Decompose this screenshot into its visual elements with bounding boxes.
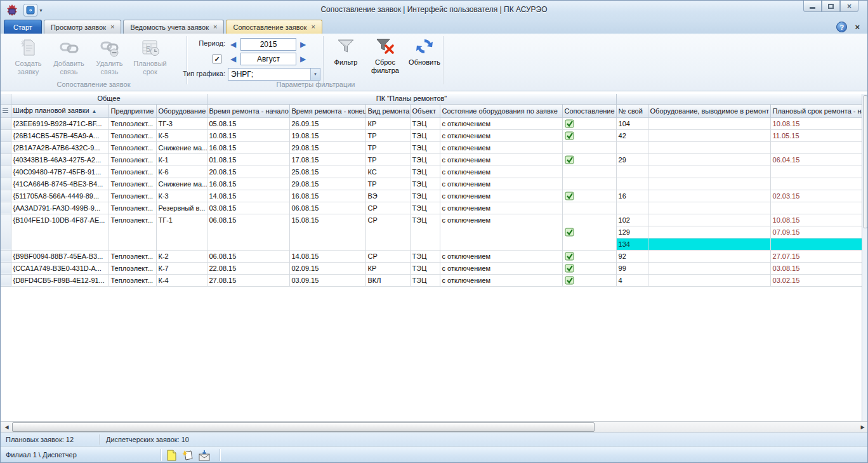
cell-object[interactable]: ТЭЦ <box>410 141 440 153</box>
cell-type[interactable]: ТР <box>365 141 410 153</box>
cell-enterprise[interactable]: Теплоэлект... <box>109 129 156 141</box>
cell-state[interactable]: с отключением <box>440 250 562 262</box>
cell-enterprise[interactable]: Теплоэлект... <box>109 153 156 166</box>
cell-state[interactable]: с отключением <box>440 117 562 129</box>
cell-num[interactable]: 92 <box>616 250 648 262</box>
horizontal-scrollbar-thumb[interactable] <box>12 422 595 432</box>
help-button[interactable]: ? <box>836 22 847 32</box>
cell-start[interactable]: 10.08.15 <box>207 129 289 141</box>
tab-prosmotr-zayavok[interactable]: Просмотр заявок × <box>44 20 122 34</box>
cell-type[interactable]: ТР <box>365 153 410 166</box>
cell-equip-out[interactable] <box>648 274 770 286</box>
cell-planned-date[interactable] <box>770 202 862 214</box>
cell-planned-date[interactable] <box>770 166 862 178</box>
cell-start[interactable]: 03.08.15 <box>207 202 289 214</box>
cell-enterprise[interactable]: Теплоэлект... <box>109 141 156 153</box>
cell-equip-out[interactable] <box>648 262 770 274</box>
close-button[interactable]: × <box>840 1 858 12</box>
cell-object[interactable]: ТЭЦ <box>410 202 440 214</box>
mail-status-icon[interactable] <box>199 450 210 461</box>
cell-state[interactable]: с отключением <box>440 141 562 153</box>
dropdown-icon[interactable]: ▼ <box>310 68 320 80</box>
cell-enterprise[interactable]: Теплоэлект... <box>109 190 156 202</box>
cell-planned-date[interactable]: 03.08.15 <box>770 262 862 274</box>
scroll-right-icon[interactable]: ▶ <box>857 422 868 433</box>
cell-equip-out[interactable] <box>648 202 770 214</box>
cell-end[interactable]: 25.08.15 <box>289 166 365 178</box>
cell-end[interactable]: 14.08.15 <box>289 250 365 262</box>
cell-type[interactable]: ТР <box>365 129 410 141</box>
month-prev-button[interactable]: ◀ <box>229 53 237 65</box>
year-prev-button[interactable]: ◀ <box>229 39 237 50</box>
cell-equip-out[interactable] <box>648 153 770 166</box>
col-header-equipment[interactable]: Оборудование <box>156 104 207 117</box>
tab-sopostavlenie-zayavok[interactable]: Сопоставление заявок × <box>226 20 322 34</box>
cell-object[interactable]: ТЭЦ <box>410 129 440 141</box>
cell-equip-out[interactable] <box>648 238 770 250</box>
cell-enterprise[interactable]: Теплоэлект... <box>109 262 156 274</box>
cell-id[interactable]: {AA3AD791-FA3D-499B-9... <box>11 202 109 214</box>
month-next-button[interactable]: ▶ <box>299 53 307 65</box>
tab-vedomost-ucheta[interactable]: Ведомость учета заявок × <box>123 20 224 34</box>
cell-equip-out[interactable] <box>648 178 770 190</box>
cell-start[interactable]: 06.08.15 <box>207 214 289 250</box>
cell-type[interactable]: КР <box>365 117 410 129</box>
maximize-button[interactable] <box>822 1 840 12</box>
cell-state[interactable]: с отключением <box>440 190 562 202</box>
cell-equipment[interactable]: К-7 <box>156 262 207 274</box>
cell-end[interactable]: 02.09.15 <box>289 262 365 274</box>
match-cell[interactable] <box>562 129 616 141</box>
cell-id[interactable]: {CCA1A749-B3E0-431D-A... <box>11 262 109 274</box>
cell-planned-date[interactable] <box>770 178 862 190</box>
match-cell[interactable] <box>562 202 616 214</box>
cell-planned-date[interactable]: 03.02.15 <box>770 274 862 286</box>
cell-equip-out[interactable] <box>648 250 770 262</box>
cell-planned-date[interactable]: 10.08.15 <box>770 214 862 226</box>
cell-equip-out[interactable] <box>648 129 770 141</box>
cell-num[interactable]: 134 <box>616 238 648 250</box>
chart-type-combo[interactable]: ЭНРГ; ▼ <box>228 68 320 81</box>
cell-type[interactable]: ВЭ <box>365 190 410 202</box>
cell-equipment[interactable]: К-1 <box>156 153 207 166</box>
month-input[interactable]: Август <box>240 53 296 65</box>
match-cell[interactable] <box>562 262 616 274</box>
cell-equip-out[interactable] <box>648 166 770 178</box>
cell-state[interactable]: с отключением <box>440 262 562 274</box>
new-document-status-icon[interactable] <box>167 450 176 461</box>
row-selector-cell[interactable] <box>1 190 11 202</box>
cell-planned-date[interactable]: 27.07.15 <box>770 250 862 262</box>
cell-type[interactable]: ВКЛ <box>365 274 410 286</box>
cell-end[interactable]: 03.09.15 <box>289 274 365 286</box>
cell-equip-out[interactable] <box>648 214 770 226</box>
cell-enterprise[interactable]: Теплоэлект... <box>109 202 156 214</box>
cell-num[interactable]: 42 <box>616 129 648 141</box>
cell-start[interactable]: 01.08.15 <box>207 153 289 166</box>
cell-type[interactable]: СР <box>365 214 410 250</box>
cell-id[interactable]: {2B1A7A2B-A7B6-432C-9... <box>11 141 109 153</box>
cell-equipment[interactable]: К-2 <box>156 250 207 262</box>
horizontal-scrollbar[interactable]: ◀ ▶ <box>1 421 868 433</box>
cell-num[interactable] <box>616 202 648 214</box>
cell-end[interactable]: 29.08.15 <box>289 141 365 153</box>
reset-filter-button[interactable]: Сброс фильтра <box>366 35 404 79</box>
match-cell[interactable] <box>562 190 616 202</box>
cell-start[interactable]: 22.08.15 <box>207 262 289 274</box>
cell-id[interactable]: {B9BF0094-88B7-45EA-B3... <box>11 250 109 262</box>
cell-object[interactable]: ТЭЦ <box>410 214 440 250</box>
cell-start[interactable]: 06.08.15 <box>207 250 289 262</box>
row-selector-header[interactable] <box>1 104 11 117</box>
cell-object[interactable]: ТЭЦ <box>410 178 440 190</box>
col-header-enterprise[interactable]: Предприятие <box>109 104 156 117</box>
cell-state[interactable]: с отключением <box>440 202 562 214</box>
cell-id[interactable]: {26B14CB5-457B-45A9-A... <box>11 129 109 141</box>
col-header-object[interactable]: Объект <box>410 104 440 117</box>
cell-equip-out[interactable] <box>648 117 770 129</box>
row-selector-cell[interactable] <box>1 129 11 141</box>
cell-start[interactable]: 05.08.15 <box>207 117 289 129</box>
vertical-scrollbar[interactable] <box>862 94 868 421</box>
cell-enterprise[interactable]: Теплоэлект... <box>109 117 156 129</box>
tab-close-icon[interactable]: × <box>213 23 217 30</box>
cell-object[interactable]: ТЭЦ <box>410 166 440 178</box>
cell-state[interactable]: с отключением <box>440 166 562 178</box>
row-selector-cell[interactable] <box>1 214 11 250</box>
